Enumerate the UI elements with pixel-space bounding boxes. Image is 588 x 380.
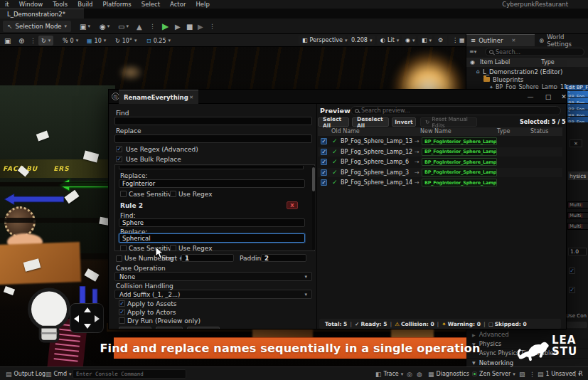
apply-to-assets-checkbox[interactable]: ✓ xyxy=(119,300,125,307)
refresh-button[interactable]: Refresh xyxy=(119,327,151,329)
find-input[interactable] xyxy=(114,117,312,125)
rule1-replace-input[interactable] xyxy=(119,179,305,188)
menu-item-window[interactable]: Window xyxy=(14,1,48,8)
menu-item-select[interactable]: Select xyxy=(137,1,165,8)
cmd-dropdown[interactable]: ▥ Cmd ▾ xyxy=(46,367,72,380)
close-icon[interactable]: ✕ xyxy=(189,95,193,100)
rule2-replace-input[interactable] xyxy=(119,233,305,243)
rule1-use-regex-checkbox[interactable] xyxy=(170,191,176,197)
layout-grid-icon[interactable]: ▦ xyxy=(456,36,465,45)
derived-data-icon[interactable]: ▨ xyxy=(519,367,525,380)
menu-item-actor[interactable]: Actor xyxy=(165,1,191,8)
dialog-tab[interactable]: RenameEverything ✕ xyxy=(119,90,198,104)
eye-icon[interactable]: ◉ xyxy=(470,59,475,65)
diagnostics-button[interactable]: ▦ Diagnostics xyxy=(428,367,469,380)
table-row[interactable]: ✓ ✓ BP_Fog_Sphere_Lamp_6 → BP_FogInterio… xyxy=(318,157,562,167)
menu-item-help[interactable]: Help xyxy=(191,1,214,8)
edit-bp-chip[interactable]: t BP_Fog_ xyxy=(567,110,588,116)
invert-button[interactable]: Invert xyxy=(392,117,416,127)
edit-bp-chip[interactable]: t BP_Fog_ xyxy=(567,104,588,110)
dialog-split-divider[interactable] xyxy=(316,104,317,329)
new-name-field[interactable]: BP_FogInterior_Sphere_Lamp_3 xyxy=(422,169,497,176)
grid-snap-button[interactable]: ▦10▾ xyxy=(84,36,109,46)
tab-level[interactable]: L_Demonstration2* xyxy=(0,9,84,19)
revision-control-button[interactable]: ⁚ R xyxy=(574,367,582,380)
collision-handling-dropdown[interactable]: Add Suffix (_1, _2...) ▾ xyxy=(114,290,312,299)
menu-item-tools[interactable]: Tools xyxy=(48,1,73,8)
outliner-row-folder[interactable]: Blueprints xyxy=(466,75,588,83)
table-row[interactable]: ✓ ✓ BP_Fog_Sphere_Lamp_12 → BP_FogInteri… xyxy=(318,147,562,157)
use-bulk-replace-checkbox[interactable]: ✓ xyxy=(116,156,122,162)
lightbulb-sprite[interactable] xyxy=(21,286,77,357)
col-status[interactable]: Status xyxy=(530,128,549,134)
cancel-button[interactable]: Cancel xyxy=(187,327,220,329)
multi-value-field[interactable]: |Multi| xyxy=(567,223,588,230)
tab-outliner[interactable]: ≡ Outliner ✕ xyxy=(466,34,535,46)
rotation-snap-button[interactable]: ↻10°▾ xyxy=(112,36,139,46)
menu-item-edit[interactable]: it xyxy=(0,1,14,8)
replace-input[interactable] xyxy=(114,134,312,143)
move-gizmo-icon[interactable] xyxy=(70,303,104,333)
new-name-field[interactable]: BP_FogInterior_Sphere_Lamp_6 xyxy=(422,158,497,166)
details-checkbox[interactable]: ✓ xyxy=(569,287,575,293)
toolbar-overflow[interactable]: ⋮ xyxy=(149,21,156,32)
camera-settings-dropdown[interactable]: ◧▾ xyxy=(418,36,432,45)
cinematics-button[interactable]: ▭▾ xyxy=(118,21,129,32)
zen-server-button[interactable]: Zen Server ▾ xyxy=(472,367,515,380)
transform-overflow[interactable]: ⋮ xyxy=(30,35,36,46)
viewport-overflow[interactable]: ⋮ xyxy=(449,36,456,45)
add-actor-button[interactable]: ▣▾ xyxy=(80,21,90,32)
console-command-input[interactable] xyxy=(73,369,186,379)
minimize-button[interactable]: — xyxy=(525,92,536,102)
menu-item-platforms[interactable]: Platforms xyxy=(98,1,137,8)
new-name-field[interactable]: BP_FogInterior_Sphere_Lamp_12 xyxy=(422,148,497,156)
edit-bp-chip[interactable]: t BP_Fog_ xyxy=(567,97,588,103)
rule2-case-sensitive-checkbox[interactable] xyxy=(120,245,127,251)
rule1-case-sensitive-checkbox[interactable] xyxy=(120,191,127,197)
rule2-remove-button[interactable]: X xyxy=(287,201,298,209)
row-checkbox[interactable]: ✓ xyxy=(321,169,327,176)
row-checkbox[interactable]: ✓ xyxy=(321,159,327,165)
row-checkbox[interactable]: ✓ xyxy=(321,149,327,155)
play-options[interactable]: ⋮ xyxy=(209,21,215,32)
docked-tab-close[interactable]: ✕ xyxy=(570,139,582,147)
tab-world-settings[interactable]: ⊕ World Settings xyxy=(535,34,588,46)
reset-manual-edits-button[interactable]: ↻Reset Manual Edits xyxy=(420,117,477,127)
dry-run-checkbox[interactable] xyxy=(119,317,125,324)
percent-snap-button[interactable]: %0▾ xyxy=(60,36,81,46)
status-overflow[interactable]: ⋮ xyxy=(529,367,535,380)
play-button[interactable]: ▶ xyxy=(162,21,169,32)
table-row[interactable]: ✓ ✓ BP_Fog_Sphere_Lamp_3 → BP_FogInterio… xyxy=(318,168,562,177)
padding-input[interactable] xyxy=(261,254,306,262)
landscape-button[interactable]: ▲ xyxy=(137,21,142,32)
dialog-title-bar[interactable]: ⑪ RenameEverything ✕ — □ ✕ xyxy=(109,90,567,104)
close-window-button[interactable]: ✕ xyxy=(558,92,567,102)
outliner-search[interactable]: Search... xyxy=(485,48,584,56)
apply-button[interactable]: Apply xyxy=(156,327,183,329)
row-checkbox[interactable]: ✓ xyxy=(321,138,327,144)
output-log-button[interactable]: ▤ Output Log xyxy=(6,367,46,380)
rules-scrollbar[interactable] xyxy=(312,166,315,250)
exposure-control[interactable]: 0.208▾ xyxy=(348,36,375,45)
viewport-settings-dropdown[interactable]: ⚙ xyxy=(434,36,447,45)
outliner-row-level[interactable]: ⌂ L_Demonstration2 (Editor) xyxy=(466,68,588,75)
rule2-use-regex-checkbox[interactable] xyxy=(170,245,176,251)
multi-value-field[interactable]: |Multi| xyxy=(567,201,588,209)
rule2-find-input[interactable] xyxy=(119,218,305,227)
select-all-button[interactable]: Select All xyxy=(318,117,349,127)
new-name-field[interactable]: BP_FogInterior_Sphere_Lamp_14 xyxy=(422,179,497,186)
selection-mode-button[interactable]: ↖ Selection Mode ▾ xyxy=(3,21,71,32)
trace-button[interactable]: ◧ Trace ▾ xyxy=(375,367,403,380)
edit-bp-chip[interactable]: t BP_Fog_ xyxy=(567,91,588,97)
col-type[interactable]: Type xyxy=(497,128,510,134)
numeric-field[interactable]: 1.0 xyxy=(568,248,587,255)
details-checkbox[interactable]: ✓ xyxy=(569,268,575,274)
outliner-filter-button[interactable]: ≡▾ xyxy=(469,48,476,55)
edit-bp-link[interactable]: Edit BP_Fog_ xyxy=(564,85,588,90)
globe-icon[interactable]: ⊕ xyxy=(18,35,24,46)
apply-to-actors-checkbox[interactable]: ✓ xyxy=(119,309,125,315)
case-operation-dropdown[interactable]: None ▾ xyxy=(114,272,312,281)
col-new-name[interactable]: New Name xyxy=(420,128,451,134)
maximize-viewport-icon[interactable]: ▣ xyxy=(4,35,11,46)
multi-value-field[interactable]: |Multi| xyxy=(567,212,588,219)
